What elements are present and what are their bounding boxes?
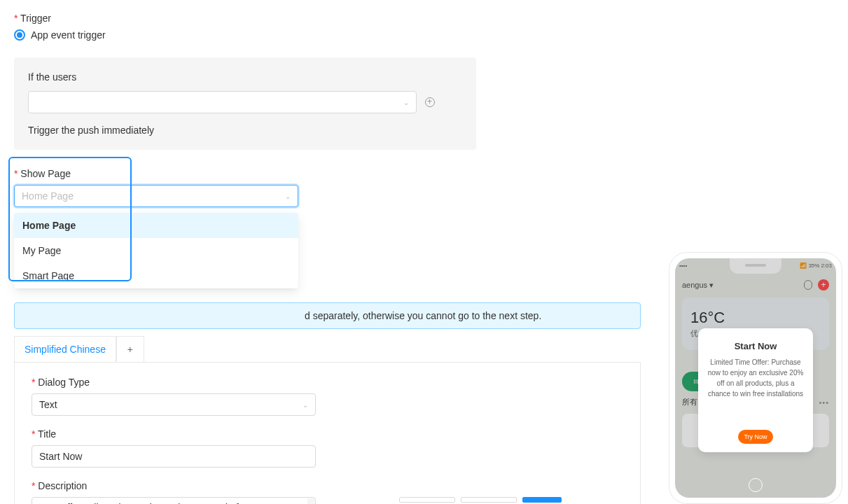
title-label: Title — [32, 428, 623, 440]
dialog-type-label: Dialog Type — [32, 377, 623, 388]
tab-simplified-chinese[interactable]: Simplified Chinese — [14, 336, 116, 362]
footer-button-2[interactable] — [461, 497, 517, 503]
dropdown-option-home-page[interactable]: Home Page — [14, 213, 298, 238]
footer-button-1[interactable] — [399, 497, 455, 503]
show-page-label: Show Page — [14, 168, 649, 179]
condition-trigger-immediately: Trigger the push immediately — [28, 125, 462, 136]
description-label: Description — [32, 480, 623, 491]
content-form: Dialog Type Text ⌄ Title Start Now Descr… — [14, 362, 641, 504]
condition-if-users: If the users — [28, 71, 462, 83]
user-condition-select[interactable]: ⌄ — [28, 91, 417, 113]
dropdown-option-my-page[interactable]: My Page — [14, 238, 298, 263]
chevron-down-icon: ⌄ — [285, 192, 291, 200]
add-condition-button[interactable] — [425, 97, 435, 107]
footer-actions — [399, 497, 562, 503]
dialog-type-select[interactable]: Text ⌄ — [32, 393, 316, 416]
preview-dialog-cta: Try Now — [738, 430, 773, 444]
preview-dialog-close-icon — [749, 478, 763, 492]
textarea-scrollbar[interactable] — [307, 498, 314, 504]
footer-button-primary[interactable] — [522, 497, 562, 503]
preview-dialog-body: Limited Time Offer: Purchase now to enjo… — [707, 357, 805, 399]
show-page-placeholder: Home Page — [22, 190, 74, 202]
title-input[interactable]: Start Now — [32, 445, 316, 468]
app-event-trigger-radio[interactable] — [14, 29, 25, 41]
description-input[interactable]: 20% off on all products, plus a chance t… — [32, 497, 316, 504]
dialog-type-value: Text — [39, 399, 57, 410]
chevron-down-icon: ⌄ — [403, 99, 409, 106]
add-language-tab[interactable]: + — [116, 336, 144, 362]
preview-dialog: Start Now Limited Time Offer: Purchase n… — [698, 328, 813, 452]
app-event-trigger-label: App event trigger — [31, 29, 106, 41]
dropdown-option-smart-page[interactable]: Smart Page — [14, 263, 298, 288]
trigger-condition-box: If the users ⌄ Trigger the push immediat… — [14, 57, 476, 150]
preview-dialog-title: Start Now — [707, 341, 805, 351]
phone-preview: •••• 📶 35% 2:03 aengus ▾ + 16°C — [669, 252, 842, 504]
show-page-dropdown: Home Page My Page Smart Page — [14, 213, 298, 288]
show-page-select[interactable]: Home Page ⌄ — [14, 185, 298, 207]
trigger-label: Trigger — [14, 13, 649, 24]
chevron-down-icon: ⌄ — [303, 401, 308, 409]
title-value: Start Now — [39, 451, 82, 462]
info-alert: d separately, otherwise you cannot go to… — [14, 302, 641, 329]
